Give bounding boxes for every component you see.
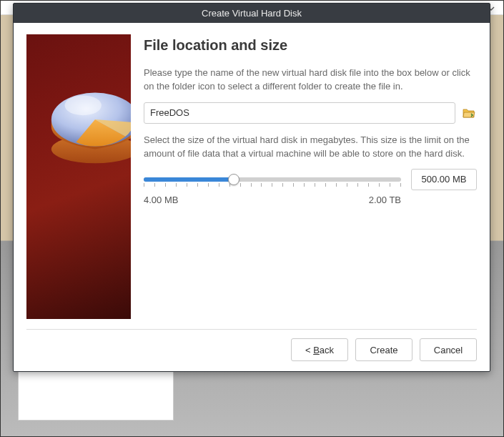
back-button[interactable]: < Back [291,338,348,361]
disk-size-value[interactable]: 500.00 MB [411,169,477,190]
size-description: Select the size of the virtual hard disk… [144,134,477,161]
page-title: File location and size [144,37,477,54]
cancel-button[interactable]: Cancel [420,338,477,361]
wizard-sidebar-image [26,34,131,319]
create-disk-dialog: Create Virtual Hard Disk [13,3,490,372]
size-max-label: 2.00 TB [369,195,401,205]
file-location-description: Please type the name of the new virtual … [144,67,477,94]
slider-ticks [144,183,401,187]
disk-icon [42,72,131,177]
file-name-input[interactable] [144,102,455,124]
slider-thumb[interactable] [228,174,239,185]
size-min-label: 4.00 MB [144,195,178,205]
disk-size-slider[interactable] [144,173,401,187]
folder-icon [463,107,475,119]
browse-folder-button[interactable] [461,105,477,121]
divider [26,329,477,330]
svg-point-2 [65,96,102,116]
dialog-title: Create Virtual Hard Disk [14,4,490,23]
create-button[interactable]: Create [355,338,412,361]
